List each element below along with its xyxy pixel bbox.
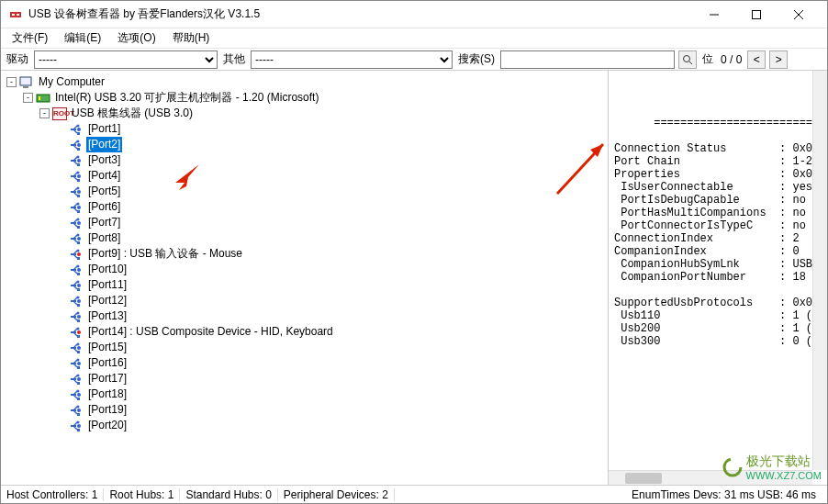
svg-point-126 xyxy=(77,409,81,412)
tree-port-11[interactable]: [Port11] xyxy=(3,277,606,293)
svg-point-96 xyxy=(77,330,81,334)
app-icon xyxy=(8,7,23,22)
svg-point-70 xyxy=(77,264,80,267)
svg-point-130 xyxy=(77,420,80,423)
tree-port-2[interactable]: [Port2] xyxy=(3,137,606,152)
svg-point-84 xyxy=(77,299,81,303)
svg-point-114 xyxy=(77,377,81,381)
device-tree[interactable]: -My Computer-Intel(R) USB 3.20 可扩展主机控制器 … xyxy=(1,71,609,485)
tree-item-label: [Port9] : USB 输入设备 - Mouse xyxy=(86,246,244,262)
tree-expand-icon[interactable]: - xyxy=(39,108,50,118)
info-panel[interactable]: ======================== USB Connection … xyxy=(609,71,827,485)
other-label: 其他 xyxy=(221,51,247,67)
svg-rect-23 xyxy=(77,148,80,151)
tree-item-label: [Port3] xyxy=(86,152,122,168)
tree-port-6[interactable]: [Port6] xyxy=(3,199,606,215)
tree-controller[interactable]: -Intel(R) USB 3.20 可扩展主机控制器 - 1.20 (Micr… xyxy=(3,90,606,106)
tree-port-14[interactable]: [Port14] : USB Composite Device - HID, K… xyxy=(3,324,606,340)
svg-point-124 xyxy=(77,405,80,408)
search-button[interactable] xyxy=(678,50,697,69)
tree-port-8[interactable]: [Port8] xyxy=(3,230,606,246)
svg-rect-77 xyxy=(77,288,80,291)
svg-point-60 xyxy=(77,237,81,241)
svg-rect-89 xyxy=(77,319,80,322)
svg-point-28 xyxy=(77,155,80,158)
tree-item-label: [Port18] xyxy=(86,386,129,402)
svg-rect-17 xyxy=(77,132,80,135)
tree-root[interactable]: -My Computer xyxy=(3,74,606,90)
tree-item-label: [Port11] xyxy=(86,277,129,293)
tree-item-label: [Port19] xyxy=(86,402,129,418)
next-button[interactable]: > xyxy=(769,50,788,69)
search-icon xyxy=(682,54,693,65)
svg-point-66 xyxy=(77,252,81,256)
maximize-icon xyxy=(752,10,761,19)
svg-point-82 xyxy=(77,296,80,298)
svg-point-100 xyxy=(77,342,80,345)
other-select[interactable]: ----- xyxy=(251,50,453,69)
svg-rect-35 xyxy=(77,179,80,182)
tree-root-hub[interactable]: -ROOTUSB 根集线器 (USB 3.0) xyxy=(3,106,606,121)
prev-button[interactable]: < xyxy=(747,50,766,69)
tree-item-label: [Port7] xyxy=(86,215,122,230)
info-scroll-horizontal[interactable] xyxy=(609,470,812,485)
svg-point-108 xyxy=(77,362,81,365)
svg-rect-10 xyxy=(23,86,28,88)
svg-rect-71 xyxy=(77,273,80,275)
tree-port-4[interactable]: [Port4] xyxy=(3,168,606,184)
tree-port-17[interactable]: [Port17] xyxy=(3,371,606,386)
tree-port-20[interactable]: [Port20] xyxy=(3,418,606,433)
menu-edit[interactable]: 编辑(E) xyxy=(57,28,108,48)
tree-expand-icon[interactable]: - xyxy=(6,77,17,87)
svg-point-118 xyxy=(77,389,80,392)
tree-item-label: [Port4] xyxy=(86,168,122,184)
main-area: -My Computer-Intel(R) USB 3.20 可扩展主机控制器 … xyxy=(1,71,827,485)
status-standard-hubs: Standard Hubs: 0 xyxy=(185,488,277,501)
tree-port-9[interactable]: [Port9] : USB 输入设备 - Mouse xyxy=(3,246,606,262)
svg-rect-125 xyxy=(77,413,80,416)
search-label: 搜索(S) xyxy=(456,51,497,67)
close-button[interactable] xyxy=(778,1,820,28)
svg-rect-107 xyxy=(77,366,80,369)
minimize-icon xyxy=(710,10,719,19)
tree-item-label: [Port14] : USB Composite Device - HID, K… xyxy=(86,324,335,340)
tree-port-10[interactable]: [Port10] xyxy=(3,262,606,277)
tree-port-3[interactable]: [Port3] xyxy=(3,152,606,168)
search-input[interactable] xyxy=(500,50,675,69)
tree-port-1[interactable]: [Port1] xyxy=(3,121,606,137)
tree-item-label: USB 根集线器 (USB 3.0) xyxy=(70,106,195,121)
tree-port-5[interactable]: [Port5] xyxy=(3,184,606,199)
tree-port-16[interactable]: [Port16] xyxy=(3,355,606,371)
tree-item-label: [Port10] xyxy=(86,262,129,277)
svg-rect-53 xyxy=(77,226,80,229)
svg-point-112 xyxy=(77,374,80,376)
svg-rect-65 xyxy=(77,257,80,260)
tree-port-19[interactable]: [Port19] xyxy=(3,402,606,418)
info-text: ======================== USB Connection … xyxy=(614,104,823,348)
menu-help[interactable]: 帮助(H) xyxy=(165,28,218,48)
svg-rect-4 xyxy=(753,10,761,18)
svg-rect-1 xyxy=(12,14,15,16)
svg-point-76 xyxy=(77,280,80,283)
maximize-button[interactable] xyxy=(735,1,778,28)
svg-point-24 xyxy=(77,143,81,147)
menu-file[interactable]: 文件(F) xyxy=(5,28,55,48)
drive-select[interactable]: ----- xyxy=(34,50,218,69)
info-scroll-vertical[interactable] xyxy=(812,71,827,470)
svg-rect-9 xyxy=(20,77,31,85)
tree-port-18[interactable]: [Port18] xyxy=(3,386,606,402)
tree-port-15[interactable]: [Port15] xyxy=(3,340,606,355)
svg-rect-119 xyxy=(77,398,80,400)
svg-point-7 xyxy=(684,55,690,62)
tree-port-12[interactable]: [Port12] xyxy=(3,293,606,308)
tree-port-7[interactable]: [Port7] xyxy=(3,215,606,230)
tree-item-label: [Port12] xyxy=(86,293,129,308)
tree-port-13[interactable]: [Port13] xyxy=(3,308,606,324)
svg-rect-47 xyxy=(77,210,80,213)
menu-options[interactable]: 选项(O) xyxy=(110,28,162,48)
minimize-button[interactable] xyxy=(693,1,735,28)
tree-expand-icon[interactable]: - xyxy=(23,93,33,103)
status-enum-times: EnumTimes Devs: 31 ms USB: 46 ms xyxy=(632,488,822,501)
svg-point-54 xyxy=(77,221,81,225)
svg-point-78 xyxy=(77,284,81,287)
